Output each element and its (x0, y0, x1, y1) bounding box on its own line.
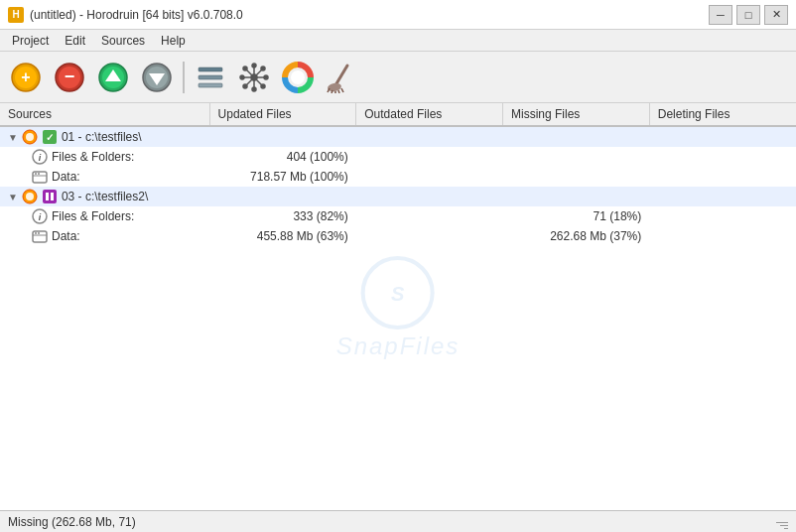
source-03-row2-deleting (649, 226, 796, 246)
remove-source-button[interactable]: − (50, 58, 89, 97)
move-up-icon (97, 62, 129, 93)
svg-point-59 (38, 232, 40, 234)
source-status-icon-03 (22, 189, 38, 204)
svg-point-31 (327, 81, 341, 91)
svg-point-25 (261, 84, 265, 88)
maximize-button[interactable]: □ (736, 5, 760, 25)
source-01-outdated-header (356, 126, 503, 147)
grip-line-1 (776, 522, 788, 523)
source-03-updated-header (209, 187, 356, 206)
source-03-deleting-header (649, 187, 796, 206)
remove-source-icon: − (54, 62, 85, 93)
svg-rect-12 (199, 67, 222, 71)
source-01-deleting-header (649, 126, 796, 147)
source-03-label: ▼ 03 - c:\testfiles2\ (0, 187, 209, 206)
close-button[interactable]: ✕ (764, 5, 788, 25)
table-row: ▼ ✓ 01 - c:\testfiles\ (0, 126, 796, 147)
source-01-label: ▼ ✓ 01 - c:\testfiles\ (0, 126, 209, 147)
watermark: S SnapFiles (336, 253, 461, 360)
table-row: ▼ 03 - c:\testfiles2\ (0, 187, 796, 206)
svg-point-20 (252, 64, 256, 67)
source-03-row1-deleting (649, 206, 796, 226)
source-status-icon-01 (22, 129, 38, 145)
source-03-row2-missing: 262.68 Mb (37%) (503, 226, 650, 246)
donut-chart-button[interactable] (278, 58, 318, 97)
table-header-row: Sources Updated Files Outdated Files Mis… (0, 103, 796, 126)
app-icon: H (8, 7, 24, 23)
svg-point-27 (243, 84, 247, 88)
svg-point-23 (264, 75, 268, 79)
source-01-row1-missing (503, 147, 650, 167)
col-header-updated: Updated Files (209, 103, 356, 126)
menu-bar: Project Edit Sources Help (0, 30, 796, 52)
svg-rect-51 (43, 190, 57, 203)
source-03-outdated-header (356, 187, 503, 206)
expand-icon-01[interactable]: ▼ (8, 132, 18, 143)
toolbar-separator-1 (183, 62, 185, 93)
col-header-deleting: Deleting Files (649, 103, 796, 126)
source-01-row1-label: i Files & Folders: (0, 147, 209, 167)
source-01-row1-outdated (356, 147, 503, 167)
source-01-row2-deleting (649, 167, 796, 187)
svg-line-30 (335, 66, 347, 85)
grip-line-3 (784, 528, 788, 529)
svg-point-58 (35, 232, 37, 234)
layers-button[interactable] (191, 58, 230, 97)
source-01-missing-header (503, 126, 650, 147)
svg-line-35 (338, 90, 339, 93)
source-check-icon-01: ✓ (42, 129, 58, 145)
files-folders-icon-03: i (32, 208, 48, 224)
source-01-row1-deleting (649, 147, 796, 167)
source-01-row1-updated: 404 (100%) (209, 147, 356, 167)
watermark-text: SnapFiles (336, 332, 461, 360)
watermark-logo-icon: S (358, 253, 438, 332)
menu-project[interactable]: Project (4, 32, 57, 50)
svg-point-24 (243, 66, 247, 70)
expand-icon-03[interactable]: ▼ (8, 192, 18, 202)
svg-text:S: S (391, 283, 405, 305)
source-01-row2-missing (503, 167, 650, 187)
source-03-id: 03 - c:\testfiles2\ (62, 190, 148, 203)
minimize-button[interactable]: ─ (709, 5, 732, 25)
resize-grip[interactable] (774, 515, 788, 529)
status-bar: Missing (262.68 Mb, 71) (0, 510, 796, 532)
svg-line-33 (332, 90, 332, 93)
source-03-row1-text: Files & Folders: (52, 209, 134, 223)
source-01-row2-label: Data: (0, 167, 209, 187)
toolbar: + − (0, 52, 796, 103)
source-03-row1-missing: 71 (18%) (503, 206, 650, 226)
files-folders-icon-01: i (32, 149, 48, 165)
source-01-id: 01 - c:\testfiles\ (62, 130, 142, 144)
col-header-sources: Sources (0, 103, 209, 126)
table-row: Data: 455.88 Mb (63%) 262.68 Mb (37%) (0, 226, 796, 246)
source-03-row1-outdated (356, 206, 503, 226)
source-03-row1-updated: 333 (82%) (209, 206, 356, 226)
snowflake-icon (238, 62, 270, 93)
source-03-row2-outdated (356, 226, 503, 246)
svg-point-47 (35, 173, 37, 175)
move-up-button[interactable] (93, 58, 133, 97)
svg-point-21 (252, 87, 256, 91)
broom-button[interactable] (322, 58, 361, 97)
title-bar: H (untitled) - Horodruin [64 bits] v6.0.… (0, 0, 796, 30)
svg-rect-14 (199, 83, 222, 87)
move-down-button[interactable] (137, 58, 177, 97)
menu-sources[interactable]: Sources (93, 32, 153, 50)
source-pause-icon-03 (42, 189, 58, 204)
source-03-row1-label: i Files & Folders: (0, 206, 209, 226)
source-01-updated-header (209, 126, 356, 147)
svg-point-19 (251, 74, 257, 80)
source-01-row1-text: Files & Folders: (52, 150, 134, 164)
add-source-button[interactable]: + (6, 58, 46, 97)
svg-text:i: i (39, 212, 42, 222)
svg-point-29 (291, 70, 305, 84)
title-bar-left: H (untitled) - Horodruin [64 bits] v6.0.… (8, 7, 243, 23)
svg-point-22 (240, 75, 244, 79)
menu-help[interactable]: Help (153, 32, 194, 50)
svg-point-48 (38, 173, 40, 175)
snowflake-button[interactable] (234, 58, 274, 97)
table-row: i Files & Folders: 333 (82%) 71 (18%) (0, 206, 796, 226)
sources-table: Sources Updated Files Outdated Files Mis… (0, 103, 796, 246)
source-01-row2-text: Data: (52, 170, 80, 184)
menu-edit[interactable]: Edit (57, 32, 93, 50)
